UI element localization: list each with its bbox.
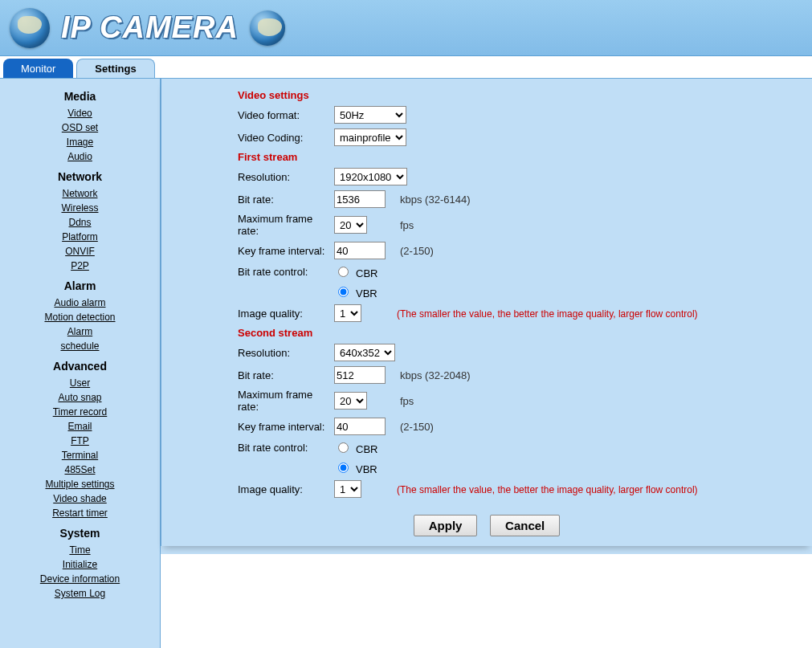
label-quality-1: Image quality: <box>234 302 330 324</box>
sidebar-item-wireless[interactable]: Wireless <box>0 201 160 215</box>
label-bitrate-2: Bit rate: <box>234 364 330 386</box>
vbr-1-radio[interactable] <box>338 287 349 297</box>
sidebar-item-osd-set[interactable]: OSD set <box>0 120 160 135</box>
sidebar-item-audio-alarm[interactable]: Audio alarm <box>0 295 160 310</box>
keyframe-hint-2: (2-150) <box>394 421 434 433</box>
label-bitrate-1: Bit rate: <box>234 188 330 210</box>
sidebar-item-user[interactable]: User <box>0 376 160 390</box>
tab-settings[interactable]: Settings <box>76 59 154 78</box>
sidebar-item-restart-timer[interactable]: Restart timer <box>0 506 160 520</box>
resolution-2-select[interactable]: 640x352 <box>334 344 395 361</box>
sidebar-item-audio[interactable]: Audio <box>0 149 160 164</box>
label-video-coding: Video Coding: <box>234 126 330 149</box>
sidebar-item-motion-detection[interactable]: Motion detection <box>0 310 160 324</box>
bitrate-1-input[interactable] <box>334 190 386 208</box>
sidebar-group-network: Network <box>0 164 160 186</box>
section-video-settings: Video settings <box>234 87 702 104</box>
section-first-stream: First stream <box>234 149 702 165</box>
vbr-2-radio[interactable] <box>338 463 349 473</box>
sidebar-item-p2p[interactable]: P2P <box>0 259 160 273</box>
video-format-select[interactable]: 50Hz <box>334 106 406 124</box>
header: IP CAMERA <box>0 0 812 56</box>
sidebar-item-video-shade[interactable]: Video shade <box>0 491 160 506</box>
blank-area <box>161 554 812 648</box>
sidebar-item-time[interactable]: Time <box>0 543 160 557</box>
tab-monitor[interactable]: Monitor <box>3 59 73 78</box>
label-brc-2: Bit rate control: <box>234 438 330 458</box>
sidebar-item-timer-record[interactable]: Timer record <box>0 405 160 419</box>
sidebar-item-system-log[interactable]: System Log <box>0 586 160 601</box>
sidebar-item-device-information[interactable]: Device information <box>0 572 160 586</box>
sidebar-item-auto-snap[interactable]: Auto snap <box>0 390 160 405</box>
sidebar-item-terminal[interactable]: Terminal <box>0 448 160 463</box>
label-video-format: Video format: <box>234 104 330 126</box>
globe-icon <box>10 8 50 48</box>
keyframe-2-input[interactable] <box>334 418 386 435</box>
sidebar-group-system: System <box>0 520 160 543</box>
label-keyframe-2: Key frame interval: <box>234 415 330 438</box>
fps-label: fps <box>394 219 414 231</box>
label-resolution-2: Resolution: <box>234 341 330 364</box>
cbr-label: CBR <box>356 267 377 279</box>
kbps-label: kbps (32-6144) <box>394 194 470 206</box>
sidebar-item-ddns[interactable]: Ddns <box>0 215 160 230</box>
sidebar-group-advanced: Advanced <box>0 353 160 376</box>
section-second-stream: Second stream <box>234 324 702 341</box>
cbr-2-radio[interactable] <box>338 442 349 453</box>
bitrate-2-input[interactable] <box>334 366 386 384</box>
maxframe-1-select[interactable]: 20 <box>334 216 367 234</box>
label-keyframe-1: Key frame interval: <box>234 239 330 262</box>
sidebar-item-network[interactable]: Network <box>0 186 160 201</box>
sidebar-item-schedule[interactable]: schedule <box>0 339 160 353</box>
cancel-button[interactable]: Cancel <box>490 515 560 536</box>
quality-hint-2: (The smaller the value, the better the i… <box>394 484 698 495</box>
sidebar-item-image[interactable]: Image <box>0 135 160 149</box>
sidebar-item-onvif[interactable]: ONVIF <box>0 244 160 259</box>
tab-bar: Monitor Settings <box>0 56 812 79</box>
sidebar-item-alarm[interactable]: Alarm <box>0 324 160 339</box>
keyframe-1-input[interactable] <box>334 242 386 259</box>
quality-2-select[interactable]: 1 <box>334 480 361 498</box>
label-brc-1: Bit rate control: <box>234 262 330 282</box>
sidebar-item-485set[interactable]: 485Set <box>0 463 160 477</box>
maxframe-2-select[interactable]: 20 <box>334 392 367 410</box>
fps-label-2: fps <box>394 395 414 407</box>
sidebar-item-email[interactable]: Email <box>0 419 160 434</box>
cbr-label-2: CBR <box>356 443 377 455</box>
sidebar: MediaVideoOSD setImageAudioNetworkNetwor… <box>0 79 161 648</box>
sidebar-item-multiple-settings[interactable]: Multiple settings <box>0 477 160 491</box>
resolution-1-select[interactable]: 1920x1080 <box>334 168 407 185</box>
video-coding-select[interactable]: mainprofile <box>334 128 406 146</box>
app-title: IP CAMERA <box>61 10 239 45</box>
sidebar-item-ftp[interactable]: FTP <box>0 434 160 448</box>
sidebar-item-platform[interactable]: Platform <box>0 230 160 244</box>
quality-1-select[interactable]: 1 <box>334 304 361 322</box>
kbps-label-2: kbps (32-2048) <box>394 369 470 381</box>
cbr-1-radio[interactable] <box>338 267 349 277</box>
sidebar-group-alarm: Alarm <box>0 273 160 295</box>
sidebar-item-initialize[interactable]: Initialize <box>0 557 160 572</box>
content-panel: Video settings Video format: 50Hz Video … <box>161 79 812 546</box>
keyframe-hint: (2-150) <box>394 245 434 257</box>
vbr-label-2: VBR <box>356 463 377 475</box>
label-maxframe-2: Maximum frame rate: <box>234 386 330 415</box>
sidebar-item-video[interactable]: Video <box>0 106 160 120</box>
globe-icon <box>250 10 285 46</box>
sidebar-group-media: Media <box>0 84 160 106</box>
apply-button[interactable]: Apply <box>414 515 478 536</box>
label-maxframe-1: Maximum frame rate: <box>234 210 330 239</box>
quality-hint: (The smaller the value, the better the i… <box>394 308 698 320</box>
vbr-label: VBR <box>356 287 377 300</box>
label-quality-2: Image quality: <box>234 478 330 500</box>
label-resolution-1: Resolution: <box>234 165 330 188</box>
